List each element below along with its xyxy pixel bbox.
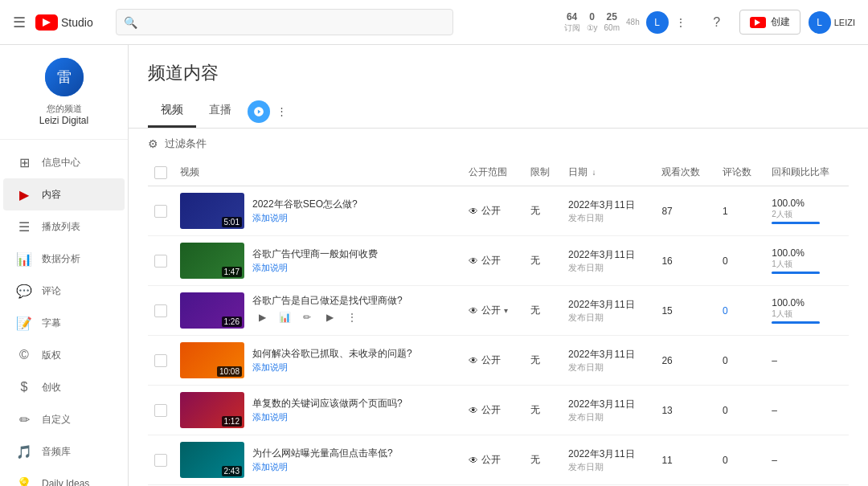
row-checkbox-4[interactable]: [154, 404, 167, 417]
stat-1y: 0 ①y: [587, 11, 598, 32]
td-restriction-2: 无: [524, 286, 562, 336]
td-date-3: 2022年3月11日 发布日期: [562, 336, 655, 386]
video-title-3: 如何解决谷歌已抓取、未收录的问题?: [252, 347, 412, 361]
content-area: 频道内容 视频 直播 ⋮ ⚙ 过滤条件 视频 公开范围 限制: [129, 45, 868, 486]
row-checkbox-1[interactable]: [154, 255, 167, 268]
sidebar-item-copyright[interactable]: © 版权: [3, 339, 125, 371]
stat-60m: 25 60m: [604, 11, 620, 32]
visibility-badge-3: 👁 公开: [469, 353, 518, 367]
monetization-icon: $: [16, 379, 32, 395]
topbar-menu-icon[interactable]: ⋮: [675, 16, 686, 29]
video-thumb-5[interactable]: 2:43: [180, 442, 244, 478]
analytics-icon: 📊: [16, 251, 32, 267]
th-comments: 评论数: [716, 159, 765, 186]
tab-more-icon[interactable]: ⋮: [270, 100, 293, 123]
table-container: 视频 公开范围 限制 日期 ↓ 观看次数 评论数 回和顾比比率: [129, 159, 868, 486]
hamburger-icon[interactable]: ☰: [13, 14, 26, 31]
select-all-checkbox[interactable]: [154, 166, 167, 179]
row-checkbox-2[interactable]: [154, 304, 167, 317]
play-action-icon[interactable]: ▶: [252, 308, 272, 327]
video-cell-3: 10:08 如何解决谷歌已抓取、未收录的问题? 添加说明: [180, 342, 456, 378]
sidebar-item-dashboard[interactable]: ⊞ 信息中心: [3, 146, 125, 178]
help-button[interactable]: ?: [702, 8, 731, 37]
date-value-5: 2022年3月11日: [568, 447, 649, 461]
ratio-cell-5: –: [772, 455, 777, 466]
progress-bar-1: [772, 272, 820, 274]
video-thumb-0[interactable]: 5:01: [180, 193, 244, 229]
video-subtitle-0[interactable]: 添加说明: [252, 212, 358, 224]
video-thumb-2[interactable]: 1:26: [180, 292, 244, 329]
main-layout: 雷 您的频道 Leizi Digital ⊞ 信息中心 ▶ 内容 ☰ 播放列表 …: [0, 45, 868, 486]
sidebar-item-playlists[interactable]: ☰ 播放列表: [3, 210, 125, 243]
video-subtitle-4[interactable]: 添加说明: [252, 411, 403, 423]
th-restriction: 限制: [524, 159, 562, 186]
create-button[interactable]: 创建: [739, 10, 800, 35]
sidebar-label-audio: 音频库: [42, 445, 71, 459]
tab-live[interactable]: 直播: [196, 95, 244, 128]
action-row-2: ▶ 📊 ✏ ▶ ⋮: [252, 308, 403, 327]
sidebar-label-playlists: 播放列表: [42, 220, 80, 234]
video-subtitle-5[interactable]: 添加说明: [252, 461, 393, 473]
td-ratio-5: –: [765, 435, 849, 485]
th-date[interactable]: 日期 ↓: [562, 159, 655, 186]
video-cell-2: 1:26 谷歌广告是自己做还是找代理商做? ▶ 📊 ✏ ▶ ⋮: [180, 292, 456, 329]
video-thumb-1[interactable]: 1:47: [180, 243, 244, 279]
account-button[interactable]: L LEIZI: [809, 11, 855, 34]
date-value-4: 2022年3月11日: [568, 397, 649, 411]
sidebar-item-analytics[interactable]: 📊 数据分析: [3, 243, 125, 275]
date-value-0: 2022年3月11日: [568, 198, 649, 212]
yt-action-icon[interactable]: ▶: [320, 308, 339, 327]
th-views: 观看次数: [655, 159, 715, 186]
sidebar-item-audio[interactable]: 🎵 音频库: [3, 435, 125, 468]
video-subtitle-1[interactable]: 添加说明: [252, 262, 378, 274]
sidebar-item-monetization[interactable]: $ 创收: [3, 371, 125, 403]
more-icon[interactable]: ⋮: [342, 308, 362, 327]
thumb-duration-5: 2:43: [222, 466, 242, 476]
sidebar-item-content[interactable]: ▶ 内容: [3, 178, 125, 210]
bar-chart-icon[interactable]: 📊: [275, 308, 294, 327]
row-checkbox-5[interactable]: [154, 454, 167, 467]
sidebar-item-daily-ideas[interactable]: 💡 Daily Ideas: [3, 468, 125, 486]
td-visibility-4: 👁 公开: [462, 386, 524, 435]
search-input[interactable]: [116, 9, 453, 35]
ratio-cell-0: 100.0% 2人顿: [772, 198, 842, 224]
progress-bar-2: [772, 321, 820, 324]
td-comments-1: 0: [716, 236, 765, 286]
td-comments-5: 0: [716, 435, 765, 485]
date-sub-0: 发布日期: [568, 212, 649, 224]
td-visibility-2: 👁 公开 ▾: [462, 286, 524, 336]
topbar-left: ☰ Studio: [13, 14, 93, 31]
video-title-5: 为什么网站曝光量高但点击率低?: [252, 447, 393, 460]
channel-label: 您的频道: [10, 103, 118, 115]
sidebar-item-comments[interactable]: 💬 评论: [3, 275, 125, 307]
row-checkbox-0[interactable]: [154, 205, 167, 218]
tab-videos[interactable]: 视频: [148, 95, 196, 128]
td-views-5: 11: [655, 435, 715, 485]
subtitles-icon: 📝: [16, 315, 32, 331]
th-video: 视频: [174, 159, 462, 186]
sidebar: 雷 您的频道 Leizi Digital ⊞ 信息中心 ▶ 内容 ☰ 播放列表 …: [0, 45, 129, 486]
td-video-2: 1:26 谷歌广告是自己做还是找代理商做? ▶ 📊 ✏ ▶ ⋮: [174, 286, 462, 336]
video-thumb-3[interactable]: 10:08: [180, 342, 244, 378]
visibility-badge-5: 👁 公开: [469, 453, 518, 467]
table-row: 1:47 谷歌广告代理商一般如何收费 添加说明 👁 公开 无 2022年3月11…: [148, 236, 849, 286]
video-title-0: 2022年谷歌SEO怎么做?: [252, 198, 358, 211]
ratio-cell-1: 100.0% 1人顿: [772, 247, 842, 274]
visibility-badge-0: 👁 公开: [469, 204, 518, 218]
td-ratio-3: –: [765, 336, 849, 386]
comments-count-2[interactable]: 0: [723, 305, 728, 317]
row-checkbox-3[interactable]: [154, 354, 167, 367]
video-thumb-4[interactable]: 1:12: [180, 392, 244, 428]
sidebar-item-subtitles[interactable]: 📝 字幕: [3, 307, 125, 339]
video-subtitle-3[interactable]: 添加说明: [252, 361, 412, 374]
page-title: 频道内容: [148, 61, 849, 85]
stat-48h: 48h: [626, 18, 640, 27]
thumb-duration-1: 1:47: [222, 267, 242, 277]
sidebar-item-customization[interactable]: ✏ 自定义: [3, 403, 125, 435]
th-checkbox: [148, 159, 174, 186]
table-row: 5:01 2022年谷歌SEO怎么做? 添加说明 👁 公开 无 2022年3月1…: [148, 186, 849, 236]
date-value-3: 2022年3月11日: [568, 347, 649, 361]
tab-live-icon[interactable]: [248, 100, 270, 123]
edit-icon[interactable]: ✏: [297, 308, 317, 327]
td-date-1: 2022年3月11日 发布日期: [562, 236, 655, 286]
